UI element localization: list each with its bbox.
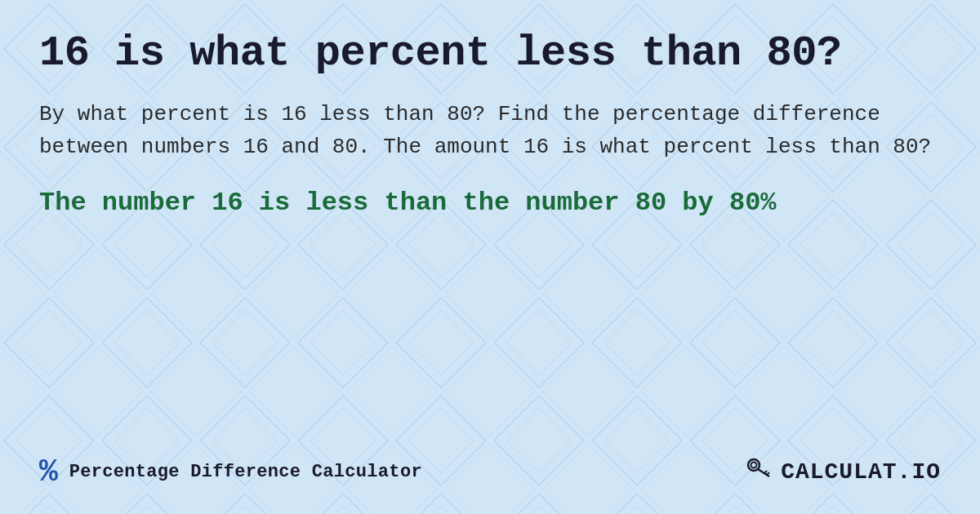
svg-point-5 [748, 459, 760, 471]
svg-line-7 [758, 469, 769, 476]
brand-label: CALCULAT.IO [781, 459, 941, 485]
description-text: By what percent is 16 less than 80? Find… [39, 98, 938, 164]
site-name-label: Percentage Difference Calculator [69, 462, 422, 482]
svg-line-8 [764, 471, 767, 473]
svg-line-9 [767, 472, 769, 475]
result-text: The number 16 is less than the number 80… [39, 186, 941, 220]
footer-left: % Percentage Difference Calculator [39, 454, 422, 490]
svg-point-6 [751, 463, 757, 468]
footer-right: CALCULAT.IO [743, 454, 941, 490]
page-title: 16 is what percent less than 80? [39, 29, 941, 78]
footer: % Percentage Difference Calculator CALCU… [39, 445, 941, 490]
calculat-icon [743, 454, 773, 490]
percent-icon: % [39, 454, 58, 490]
